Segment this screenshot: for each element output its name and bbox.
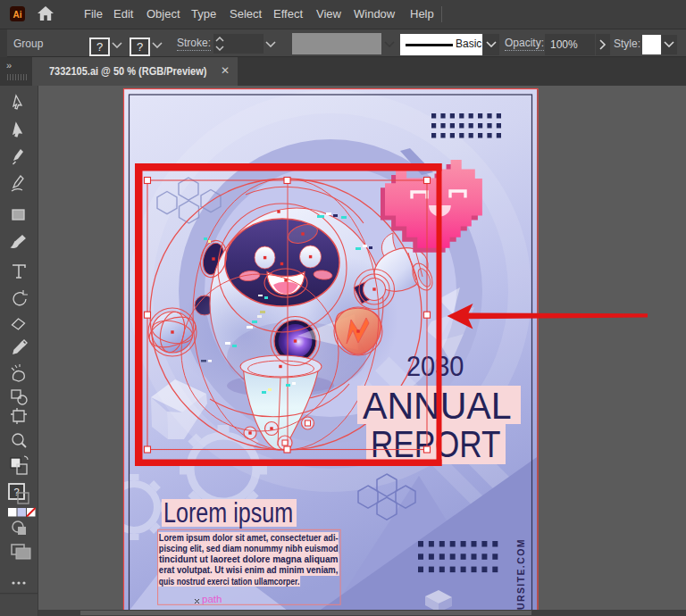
svg-text:path: path bbox=[202, 594, 222, 604]
svg-text:Ai: Ai bbox=[13, 10, 22, 20]
